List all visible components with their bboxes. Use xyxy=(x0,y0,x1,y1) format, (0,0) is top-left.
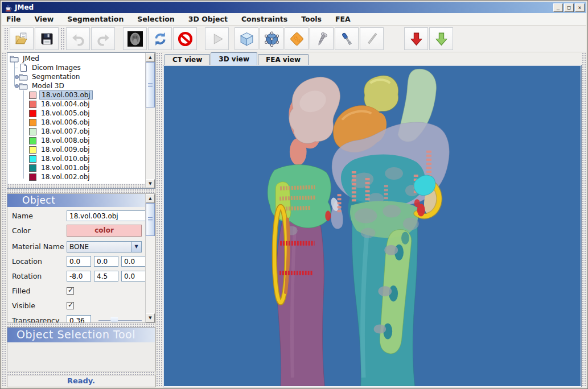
open-button[interactable] xyxy=(10,27,34,50)
color-swatch xyxy=(29,155,36,163)
tree-node-dicom-images[interactable]: Dicom Images xyxy=(7,63,145,72)
scroll-down-arrow[interactable]: ▼ xyxy=(146,179,155,188)
arrow-down-red-button[interactable] xyxy=(404,27,428,50)
cube-3d-button[interactable] xyxy=(235,27,258,50)
left-gutter xyxy=(2,52,7,387)
tree-node-model-3d[interactable]: Model 3D xyxy=(7,81,145,90)
location-z-field[interactable] xyxy=(121,256,145,267)
color-swatch xyxy=(29,173,36,181)
toolbar xyxy=(2,26,586,52)
menu-file[interactable]: File xyxy=(6,15,21,23)
view-tabs: CT view 3D view FEA view xyxy=(163,52,582,65)
3d-viewport[interactable] xyxy=(163,65,582,387)
redo-button xyxy=(91,27,115,50)
panel-divider[interactable] xyxy=(7,323,155,328)
close-button[interactable]: ✕ xyxy=(575,3,585,12)
cancel-button[interactable] xyxy=(173,27,197,50)
refresh-button[interactable] xyxy=(148,27,172,50)
visible-checkbox[interactable] xyxy=(67,302,74,309)
tree-item-vol009[interactable]: 18.vol.009.obj xyxy=(7,145,145,154)
undo-icon xyxy=(71,31,86,47)
scroll-down-arrow[interactable]: ▼ xyxy=(146,313,155,322)
open-folder-icon xyxy=(14,31,30,47)
cube-3d-icon xyxy=(239,31,254,47)
3d-scene xyxy=(164,66,581,386)
menu-selection[interactable]: Selection xyxy=(137,15,174,23)
rotation-x-field[interactable] xyxy=(67,271,91,282)
constraint-button[interactable] xyxy=(285,27,309,50)
tree-vertical-scrollbar[interactable]: ▲ ▼ xyxy=(145,53,155,188)
splitter[interactable] xyxy=(156,52,163,387)
transparency-label: Transparency xyxy=(12,316,67,322)
transparency-field[interactable] xyxy=(67,315,91,322)
tree-horizontal-scrollbar[interactable] xyxy=(7,184,145,188)
minimize-button[interactable]: _ xyxy=(553,3,563,12)
maximize-button[interactable]: □ xyxy=(564,3,574,12)
menu-constraints[interactable]: Constraints xyxy=(241,15,287,23)
folder-icon xyxy=(19,82,28,90)
app-window: JMed _ □ ✕ File View Segmentation Select… xyxy=(0,0,588,389)
menu-tools[interactable]: Tools xyxy=(301,15,322,23)
main-area: JMed Dicom Images Se xyxy=(2,52,586,387)
arrow-down-green-button[interactable] xyxy=(429,27,453,50)
scroll-up-arrow[interactable]: ▲ xyxy=(146,53,155,62)
right-gutter xyxy=(582,52,586,387)
tree-item-vol010[interactable]: 18.vol.010.obj xyxy=(7,154,145,163)
project-tree-panel: JMed Dicom Images Se xyxy=(7,52,155,189)
filled-checkbox[interactable] xyxy=(67,287,74,295)
scroll-thumb[interactable] xyxy=(146,203,155,236)
tree-item-vol006[interactable]: 18.vol.006.obj xyxy=(7,118,145,127)
menu-segmentation[interactable]: Segmentation xyxy=(67,15,124,23)
menu-fea[interactable]: FEA xyxy=(335,15,351,23)
menu-3d-object[interactable]: 3D Object xyxy=(188,15,228,23)
tree-item-vol001[interactable]: 18.vol.001.obj xyxy=(7,163,145,172)
color-swatch xyxy=(29,92,36,99)
color-swatch xyxy=(29,137,36,144)
tree-item-vol002[interactable]: 18.vol.002.obj xyxy=(7,172,145,181)
object-panel-scrollbar[interactable]: ▲ ▼ xyxy=(145,194,155,322)
tree-node-segmentation[interactable]: Segmentation xyxy=(7,72,145,81)
color-swatch xyxy=(29,101,36,108)
location-x-field[interactable] xyxy=(67,256,91,267)
tree-node-root[interactable]: JMed xyxy=(7,54,145,63)
screwdriver-button[interactable] xyxy=(335,27,359,50)
toolbar-drag-handle[interactable] xyxy=(60,27,64,50)
name-field[interactable] xyxy=(67,210,145,221)
scroll-thumb[interactable] xyxy=(146,62,155,107)
color-swatch xyxy=(29,146,36,154)
toolbar-drag-handle[interactable] xyxy=(4,27,8,50)
arrow-down-red-icon xyxy=(409,31,424,47)
tree-item-vol007[interactable]: 18.vol.007.obj xyxy=(7,127,145,136)
rotation-z-field[interactable] xyxy=(121,271,145,282)
chevron-down-icon[interactable]: ▼ xyxy=(131,242,141,252)
save-button[interactable] xyxy=(35,27,59,50)
location-label: Location xyxy=(12,257,67,266)
color-button[interactable]: color xyxy=(67,225,142,237)
screw-button[interactable] xyxy=(310,27,334,50)
object-selection-tool-panel: Object Selection Tool xyxy=(7,327,155,371)
ct-image-button[interactable] xyxy=(123,27,147,50)
transparency-slider[interactable] xyxy=(98,316,142,322)
tab-3d-view[interactable]: 3D view xyxy=(211,52,257,65)
name-label: Name xyxy=(12,212,67,220)
tab-fea-view[interactable]: FEA view xyxy=(258,54,309,65)
cube-vertices-button[interactable] xyxy=(260,27,283,50)
rotation-y-field[interactable] xyxy=(94,271,118,282)
tree-item-vol008[interactable]: 18.vol.008.obj xyxy=(7,136,145,145)
play-button xyxy=(205,27,229,50)
tree-item-vol005[interactable]: 18.vol.005.obj xyxy=(7,109,145,118)
slider-thumb[interactable] xyxy=(110,317,118,322)
tree-item-vol004[interactable]: 18.vol.004.obj xyxy=(7,100,145,109)
tab-ct-view[interactable]: CT view xyxy=(165,54,210,65)
material-combobox[interactable]: BONE ▼ xyxy=(67,241,142,253)
panel-divider[interactable] xyxy=(7,189,155,193)
menu-view[interactable]: View xyxy=(35,15,54,23)
slider-track[interactable] xyxy=(98,320,142,322)
tree-item-vol003[interactable]: 18.vol.003.obj xyxy=(7,90,145,100)
color-label: Color xyxy=(12,226,67,235)
save-floppy-icon xyxy=(39,31,55,47)
arrow-down-green-icon xyxy=(434,31,449,47)
document-icon xyxy=(19,64,28,72)
location-y-field[interactable] xyxy=(94,256,118,267)
scroll-up-arrow[interactable]: ▲ xyxy=(146,194,155,203)
